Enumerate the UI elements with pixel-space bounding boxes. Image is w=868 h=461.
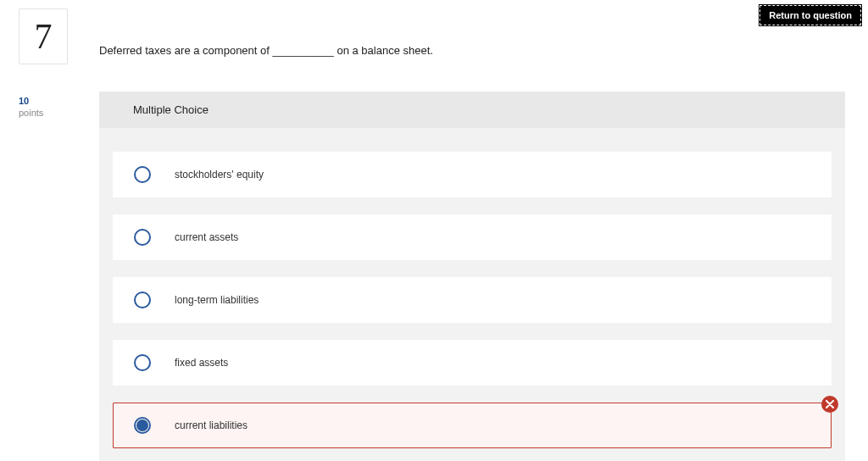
radio-icon <box>134 166 151 183</box>
question-text: Deferred taxes are a component of ______… <box>99 44 433 57</box>
multiple-choice-panel: Multiple Choice stockholders' equity cur… <box>99 92 845 461</box>
option-label: stockholders' equity <box>175 169 264 181</box>
radio-icon <box>134 354 151 371</box>
incorrect-icon <box>821 396 838 413</box>
points-indicator: 10 points <box>19 95 43 119</box>
section-title: Multiple Choice <box>99 92 845 128</box>
return-to-question-button[interactable]: Return to question <box>760 5 861 25</box>
points-value: 10 <box>19 95 43 107</box>
radio-icon <box>134 292 151 308</box>
options-list: stockholders' equity current assets long… <box>99 128 845 461</box>
option-label: current assets <box>175 231 238 243</box>
option-label: long-term liabilities <box>175 294 259 306</box>
option-long-term-liabilities[interactable]: long-term liabilities <box>113 277 832 323</box>
option-label: current liabilities <box>175 419 248 431</box>
option-current-assets[interactable]: current assets <box>113 214 832 260</box>
radio-icon-selected <box>134 417 151 434</box>
points-label: points <box>19 107 43 119</box>
radio-icon <box>134 229 151 246</box>
question-number-box: 7 <box>19 8 68 64</box>
option-fixed-assets[interactable]: fixed assets <box>113 340 832 386</box>
option-label: fixed assets <box>175 357 228 369</box>
option-current-liabilities[interactable]: current liabilities <box>113 403 832 448</box>
option-stockholders-equity[interactable]: stockholders' equity <box>113 152 832 197</box>
